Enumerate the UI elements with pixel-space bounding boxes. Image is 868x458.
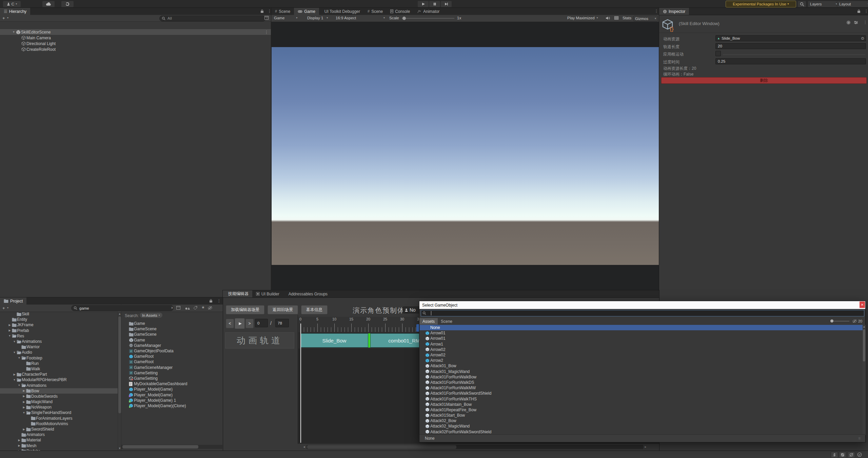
scene-picker-icon[interactable] <box>264 16 269 20</box>
gameobject-list-item[interactable]: Attack01ForRunWalkTHS <box>420 396 863 401</box>
fold-arrow-icon[interactable]: ▼ <box>22 411 26 414</box>
hierarchy-search-input[interactable] <box>159 16 266 21</box>
project-search-input[interactable] <box>71 305 174 311</box>
project-tree-row[interactable]: ▼ Animations <box>0 382 118 388</box>
account-button[interactable]: C ▾ <box>3 1 21 7</box>
track-length-input[interactable] <box>715 43 866 49</box>
hidden-packages-icon[interactable] <box>208 306 213 310</box>
project-tree-row[interactable]: Animators <box>0 432 118 437</box>
asset-row[interactable]: Player_Model(Game) <box>121 387 222 392</box>
create-asset-caret-icon[interactable]: ▾ <box>7 307 8 309</box>
project-tree-row[interactable]: RootMotionAnims <box>0 421 118 426</box>
background-tasks-icon[interactable] <box>857 452 862 457</box>
project-tree-row[interactable]: ▶ MagicWand <box>0 399 118 404</box>
gameobject-list-item[interactable]: Attack01RepeatFire_Bow <box>420 407 863 413</box>
add-object-button[interactable]: + <box>2 16 5 20</box>
asset-row[interactable]: # GameRoot <box>121 359 222 365</box>
asset-row[interactable]: # GameSetting <box>121 370 222 376</box>
fold-arrow-icon[interactable]: ▼ <box>12 340 17 343</box>
timeline-clip[interactable]: Slide_Bow <box>300 333 368 348</box>
object-picker-icon[interactable]: ⊙ <box>861 36 864 41</box>
fold-arrow-icon[interactable]: ▼ <box>7 334 12 337</box>
close-icon[interactable]: ✕ <box>860 301 865 308</box>
game-mode-dropdown[interactable]: Game ▾ <box>274 16 297 20</box>
tab-inspector[interactable]: Inspector <box>659 8 689 15</box>
add-object-caret-icon[interactable]: ▾ <box>7 17 8 19</box>
stats-toggle[interactable]: Stats <box>623 16 631 20</box>
experimental-packages-button[interactable]: Experimental Packages In Use ▾ <box>726 1 796 7</box>
timeline-scrollbar-thumb[interactable] <box>307 445 456 449</box>
gameobject-list-item[interactable]: Arrow01 <box>420 336 863 341</box>
project-tree-row[interactable]: Entity <box>0 317 118 322</box>
asset-row[interactable]: GameManager <box>121 343 222 348</box>
tab-hierarchy[interactable]: ☰ Hierarchy <box>0 8 30 15</box>
fold-arrow-icon[interactable]: ▶ <box>22 400 26 403</box>
fold-arrow-icon[interactable]: ▶ <box>22 395 26 398</box>
game-menu-icon[interactable]: ⋮ <box>654 9 658 14</box>
project-tree-row[interactable]: ▼ SingleTwoHandSword <box>0 410 118 415</box>
project-tree-row[interactable]: Walk <box>0 366 118 372</box>
asset-row[interactable]: GameScene <box>121 326 222 332</box>
fold-arrow-icon[interactable]: ▶ <box>7 324 12 327</box>
project-tree-row[interactable]: ForAnimationLayers <box>0 416 118 421</box>
inspector-menu-icon[interactable]: ⋮ <box>864 9 868 14</box>
popup-search-input[interactable] <box>421 310 864 316</box>
filter-label-icon[interactable] <box>193 306 197 310</box>
mute-audio-icon[interactable] <box>606 16 610 20</box>
project-tree-row[interactable]: ▶ Prefab <box>0 328 118 333</box>
resize-grip-icon[interactable]: ≡ <box>858 436 861 441</box>
asset-row[interactable]: GameSetting <box>121 376 222 381</box>
project-menu-icon[interactable]: ⋮ <box>217 298 221 303</box>
asset-row[interactable]: Game <box>121 337 222 343</box>
view-tab[interactable]: # Scene <box>364 8 387 15</box>
lock-icon[interactable] <box>209 299 213 303</box>
aspect-dropdown[interactable]: 16:9 Aspect ▾ <box>336 16 385 20</box>
pause-button[interactable] <box>429 1 440 7</box>
layout-dropdown[interactable]: Layout ▾ <box>837 1 868 7</box>
preview-size-thumb[interactable] <box>830 319 833 322</box>
gameobject-list-item[interactable]: Attack02_Bow <box>420 418 863 423</box>
fold-arrow-icon[interactable]: ▼ <box>12 378 17 381</box>
project-tree-row[interactable]: ▶ Mesh <box>0 443 118 449</box>
gameobject-list-item[interactable]: Attack01Start_Bow <box>420 413 863 418</box>
help-icon[interactable]: ? <box>846 20 851 25</box>
hierarchy-row[interactable]: Main Camera ⋮ <box>0 35 271 41</box>
root-motion-checkbox[interactable] <box>715 51 721 56</box>
transition-time-input[interactable] <box>715 58 866 64</box>
preview-size-slider[interactable] <box>831 321 849 321</box>
project-tree-row[interactable]: ▼ Footstep <box>0 355 118 361</box>
editor-tab[interactable]: 技能编辑器 <box>223 290 252 297</box>
play-maximized-dropdown[interactable]: Play Maximized ▾ <box>567 16 598 20</box>
project-tree-row[interactable]: ▶ NoWeapon <box>0 404 118 410</box>
frame-debugger-icon[interactable] <box>614 16 618 20</box>
lock-icon[interactable] <box>857 9 861 13</box>
fold-arrow-icon[interactable]: ▶ <box>17 439 21 442</box>
fold-arrow-icon[interactable]: ▶ <box>7 329 12 332</box>
gameobject-list-item[interactable]: Attack01ForRunWalkSwordShield <box>420 391 863 396</box>
project-tree-row[interactable]: Run <box>0 361 118 366</box>
lock-icon[interactable] <box>260 9 264 13</box>
fold-arrow-icon[interactable]: ▼ <box>17 384 21 387</box>
filter-type-icon[interactable] <box>185 306 190 310</box>
hierarchy-row[interactable]: Directional Light ⋮ <box>0 41 271 46</box>
gameobject-list-item[interactable]: Arrow1 <box>420 341 863 347</box>
view-tab[interactable]: Console <box>387 8 414 15</box>
create-asset-button[interactable]: + <box>2 306 5 310</box>
asset-row[interactable]: GameRoot <box>121 354 222 359</box>
asset-row[interactable]: Player_Model(Game)(Clone) <box>121 403 222 409</box>
display-dropdown[interactable]: Display 1 ▾ <box>307 16 328 20</box>
row-menu-icon[interactable]: ⋮ <box>264 30 269 35</box>
editor-tab[interactable]: Addressables Groups <box>283 290 331 297</box>
editor-tab[interactable]: UI Builder <box>252 290 283 297</box>
gameobject-list-item[interactable]: Attack01ForRunWalkMW <box>420 385 863 391</box>
gizmos-dropdown[interactable]: Gizmos ▾ <box>633 16 658 21</box>
results-scrollbar[interactable] <box>121 445 222 449</box>
cloud-button[interactable] <box>42 1 55 7</box>
view-tab[interactable]: Animator <box>414 8 443 15</box>
delete-button[interactable]: 删除 <box>661 77 867 84</box>
asset-row[interactable]: Player_Model(Game) <box>121 392 222 397</box>
project-tree-row[interactable]: ▶ SwordShield <box>0 426 118 432</box>
results-scrollbar-thumb[interactable] <box>122 445 198 449</box>
asset-row[interactable]: GameScene <box>121 332 222 337</box>
popup-scrollbar[interactable]: ▲ <box>863 325 866 435</box>
